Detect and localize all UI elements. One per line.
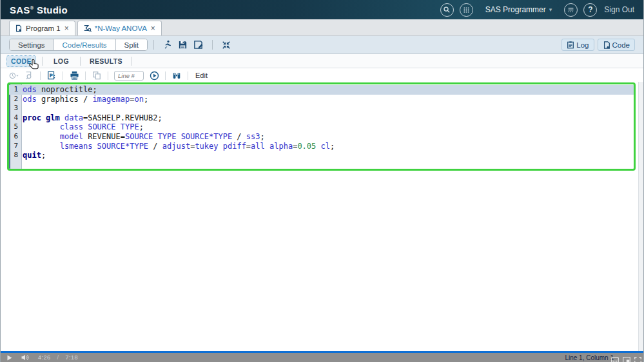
code-token: = <box>246 142 251 151</box>
copy-icon[interactable] <box>92 71 102 81</box>
help-icon[interactable]: ? <box>583 3 597 17</box>
fullscreen-icon[interactable] <box>634 354 641 362</box>
history-icon[interactable] <box>8 71 19 81</box>
user-menu-label: SAS Programmer <box>485 5 546 14</box>
code-token <box>92 142 97 151</box>
tab-log[interactable]: LOG <box>54 57 69 65</box>
toolbar-divider <box>108 71 108 80</box>
view-toolbar: Settings Code/Results Split Log Code <box>1 36 643 54</box>
code-text: ods graphics / imagemap=on; <box>20 95 148 104</box>
captions-icon[interactable] <box>611 354 619 362</box>
code-token <box>265 142 269 151</box>
sign-out-button[interactable]: Sign Out <box>604 5 634 14</box>
line-number: 2 <box>9 95 20 104</box>
line-number: 6 <box>9 132 20 142</box>
save-as-icon[interactable] <box>193 39 204 50</box>
code-line[interactable]: 1ods noproctitle; <box>9 85 634 95</box>
close-icon[interactable]: × <box>150 24 156 33</box>
save-icon[interactable] <box>177 39 189 50</box>
code-button[interactable]: Code <box>598 39 636 51</box>
volume-icon[interactable] <box>21 354 29 361</box>
log-button[interactable]: Log <box>561 39 594 51</box>
svg-text:P: P <box>50 73 54 79</box>
tab-program-1[interactable]: Program 1 × <box>9 21 75 35</box>
tab-label: *N-Way ANOVA <box>95 24 147 32</box>
code-token: class <box>60 122 83 131</box>
code-line[interactable]: 2ods graphics / imagemap=on; <box>9 95 634 104</box>
user-menu-dropdown[interactable]: SAS Programmer ▾ <box>479 0 559 19</box>
code-editor-area[interactable]: 1ods noproctitle;2ods graphics / imagema… <box>1 82 643 351</box>
code-token: ods <box>23 85 37 94</box>
code-text: ods noproctitle; <box>20 85 97 95</box>
code-line[interactable]: 5 class SOURCE TYPE; <box>9 122 634 132</box>
tab-code[interactable]: CODE <box>7 56 35 66</box>
tab-n-way-anova[interactable]: *N-Way ANOVA × <box>77 21 162 35</box>
code-token: tukey <box>195 142 218 151</box>
code-line[interactable]: 8quit; <box>9 151 634 160</box>
code-line[interactable]: 3 <box>9 104 634 113</box>
settings-button[interactable]: Settings <box>10 39 54 50</box>
vertical-scrollbar[interactable] <box>638 82 643 351</box>
picture-in-picture-icon[interactable] <box>623 354 630 362</box>
view-mode-segmented-control: Settings Code/Results Split <box>9 39 148 51</box>
play-icon[interactable] <box>7 355 12 361</box>
code-token: / <box>232 132 246 141</box>
tab-divider <box>132 57 132 66</box>
menu-icon[interactable] <box>564 3 578 17</box>
tab-label: Program 1 <box>26 24 61 32</box>
toolbar-divider <box>153 40 154 50</box>
tab-results[interactable]: RESULTS <box>90 57 122 65</box>
close-icon[interactable]: × <box>64 24 70 33</box>
code-text: class SOURCE TYPE; <box>20 122 144 132</box>
code-annotation-highlight-box: 1ods noproctitle;2ods graphics / imagema… <box>7 82 636 171</box>
collapse-view-icon[interactable] <box>220 39 232 50</box>
code-token: ods <box>23 95 37 104</box>
code-token: data <box>64 113 83 122</box>
toolbar-divider <box>63 71 63 80</box>
code-token: ss3 <box>246 132 260 141</box>
code-line[interactable]: 6 model REVENUE=SOURCE TYPE SOURCE*TYPE … <box>9 132 634 142</box>
split-button[interactable]: Split <box>116 39 147 50</box>
code-token: model <box>60 132 83 141</box>
toolbar-divider <box>165 71 166 80</box>
code-button-label: Code <box>612 41 630 49</box>
document-tab-bar: Program 1 × *N-Way ANOVA × <box>1 19 643 36</box>
right-toolbar-buttons: Log Code <box>561 39 635 51</box>
code-token: cl <box>321 142 330 151</box>
code-token: pdiff <box>223 142 246 151</box>
toolbar-divider <box>212 40 213 50</box>
print-icon[interactable] <box>69 71 79 81</box>
line-number-input[interactable] <box>114 71 144 81</box>
apps-grid-icon[interactable] <box>460 3 473 17</box>
code-token: adjust <box>162 142 190 151</box>
code-token: REVENUE= <box>83 132 125 141</box>
code-token: ; <box>139 122 144 131</box>
program-document-icon[interactable]: P <box>46 71 57 81</box>
code-token <box>23 142 60 151</box>
log-button-label: Log <box>576 41 589 49</box>
code-text: lsmeans SOURCE*TYPE / adjust=tukey pdiff… <box>20 142 335 151</box>
search-icon[interactable] <box>440 3 454 17</box>
code-line[interactable]: 7 lsmeans SOURCE*TYPE / adjust=tukey pdi… <box>9 142 634 151</box>
line-number: 4 <box>9 113 20 123</box>
code-token <box>23 122 60 131</box>
code-token: ; <box>330 142 335 151</box>
code-text: model REVENUE=SOURCE TYPE SOURCE*TYPE / … <box>20 132 265 142</box>
toolbar-divider <box>85 71 86 80</box>
run-icon[interactable] <box>162 39 173 50</box>
find-in-code-icon[interactable] <box>24 71 34 81</box>
code-token <box>60 113 64 122</box>
edit-menu[interactable]: Edit <box>195 71 208 79</box>
cursor-position-status: Line 1, Column 1 <box>565 354 614 361</box>
app-title: SAS® Studio <box>10 5 68 15</box>
code-text: quit; <box>20 151 46 160</box>
code-results-button[interactable]: Code/Results <box>54 39 116 50</box>
program-icon <box>15 24 23 32</box>
code-token: lsmeans <box>60 142 93 151</box>
code-line[interactable]: 4proc glm data=SASHELP.REVHUB2; <box>9 113 634 123</box>
code-token: SOURCE TYPE SOURCE*TYPE <box>125 132 232 141</box>
go-to-line-icon[interactable] <box>149 71 159 81</box>
code-text: proc glm data=SASHELP.REVHUB2; <box>20 113 162 123</box>
find-replace-binoculars-icon[interactable] <box>171 71 182 81</box>
editor-tab-bar: CODE LOG RESULTS <box>1 54 643 68</box>
